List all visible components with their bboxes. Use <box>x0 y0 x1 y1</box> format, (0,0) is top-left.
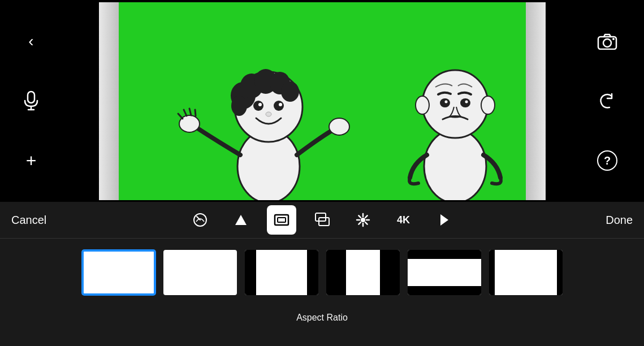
play-icon <box>438 213 451 227</box>
aspect-ratio-option-1[interactable] <box>82 250 155 295</box>
bar-left <box>489 250 495 295</box>
done-button[interactable]: Done <box>587 214 633 227</box>
trim-tool-button[interactable] <box>226 205 256 235</box>
sidebar-right: ? <box>570 0 644 202</box>
back-button[interactable]: ‹ <box>17 27 45 55</box>
aspect-ratio-option-5[interactable] <box>408 250 481 295</box>
camera-button[interactable] <box>593 27 621 55</box>
svg-line-17 <box>195 110 196 116</box>
svg-rect-36 <box>278 218 286 222</box>
svg-point-20 <box>422 70 488 138</box>
svg-point-21 <box>416 96 429 114</box>
color-icon <box>355 212 371 228</box>
bar-left <box>326 250 346 295</box>
video-preview-area <box>0 0 644 202</box>
svg-marker-40 <box>440 214 448 226</box>
svg-point-6 <box>281 81 299 102</box>
aspect-ratio-thumbnails <box>0 239 644 306</box>
aspect-ratio-icon <box>274 214 289 226</box>
aspect-ratio-label: Aspect Ratio <box>296 313 348 323</box>
aspect-ratio-option-4[interactable] <box>326 250 400 295</box>
resolution-tool-button[interactable]: 4K <box>389 205 418 235</box>
svg-point-32 <box>612 38 615 40</box>
color-tool-button[interactable] <box>348 205 378 235</box>
bar-right <box>307 250 318 295</box>
back-icon: ‹ <box>28 32 33 50</box>
svg-rect-27 <box>28 92 34 103</box>
sidebar-left: ‹ + <box>0 0 62 202</box>
undo-button[interactable] <box>593 86 621 115</box>
plus-icon: + <box>26 150 37 171</box>
bar-right <box>380 250 400 295</box>
svg-point-10 <box>258 103 262 106</box>
svg-point-25 <box>444 100 447 103</box>
svg-point-12 <box>266 112 271 116</box>
svg-line-15 <box>184 110 187 116</box>
4k-label: 4K <box>397 214 410 226</box>
svg-point-31 <box>603 39 611 47</box>
undo-icon <box>597 92 617 110</box>
aspect-ratio-label-row: Aspect Ratio <box>0 306 644 329</box>
speed-tool-button[interactable] <box>185 205 215 235</box>
camera-icon <box>597 33 617 50</box>
aspect-ratio-tool-button[interactable] <box>267 205 296 235</box>
add-button[interactable]: + <box>17 146 45 175</box>
video-background <box>99 2 546 200</box>
svg-point-19 <box>424 129 486 200</box>
aspect-ratio-option-6[interactable] <box>489 250 563 295</box>
overlay-tool-button[interactable] <box>308 205 337 235</box>
aspect-ratio-option-3[interactable] <box>245 250 318 295</box>
svg-line-14 <box>178 114 183 119</box>
cartoon-characters <box>99 2 546 200</box>
toolbar-icons-group: 4K <box>57 205 587 235</box>
aspect-ratio-option-2[interactable] <box>163 250 237 295</box>
trim-icon <box>234 213 248 227</box>
svg-point-7 <box>231 96 247 116</box>
bar-left <box>245 250 256 295</box>
speed-icon <box>192 212 208 228</box>
video-frame <box>99 2 546 200</box>
help-button[interactable]: ? <box>593 146 621 175</box>
svg-marker-34 <box>235 215 247 225</box>
cancel-button[interactable]: Cancel <box>11 214 57 227</box>
svg-point-18 <box>329 118 349 135</box>
svg-line-16 <box>189 109 191 115</box>
bottom-toolbar: Cancel <box>0 202 644 346</box>
svg-point-26 <box>465 100 468 103</box>
bar-bottom <box>408 286 481 295</box>
overlay-icon <box>314 212 330 228</box>
play-tool-button[interactable] <box>430 205 459 235</box>
microphone-button[interactable] <box>17 86 45 115</box>
bar-top <box>408 250 481 259</box>
question-icon: ? <box>597 150 617 171</box>
toolbar-top-row: Cancel <box>0 202 644 239</box>
svg-point-9 <box>274 101 284 111</box>
svg-point-24 <box>460 98 470 107</box>
svg-point-39 <box>361 218 365 222</box>
bar-right <box>557 250 563 295</box>
microphone-icon <box>23 90 39 111</box>
svg-rect-35 <box>275 215 288 225</box>
svg-point-22 <box>481 96 495 114</box>
svg-point-23 <box>440 98 450 107</box>
svg-point-11 <box>279 103 282 106</box>
svg-point-8 <box>253 101 263 111</box>
